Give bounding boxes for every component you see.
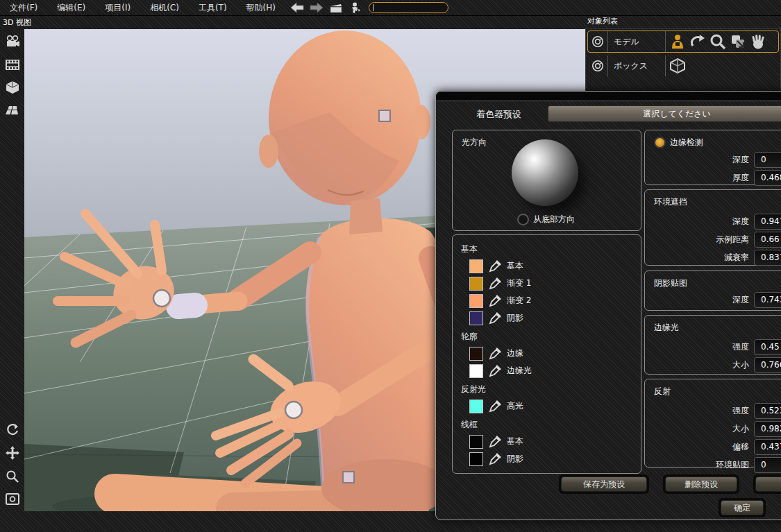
dialog-titlebar[interactable] (436, 92, 781, 101)
rim-light-panel: 边缘光 强度 0.45 大小 0.766 (644, 315, 781, 375)
forward-arrow-icon[interactable] (309, 1, 324, 14)
field-label: 环境贴图 (645, 459, 749, 471)
attenuation-field[interactable]: 0.837 (754, 250, 781, 266)
settings-button-partial[interactable]: 设 (755, 477, 781, 492)
edge-detect-title: 边缘检测 (670, 137, 703, 148)
light-direction-panel: 光方向 从底部方向 (452, 130, 641, 231)
eyedropper-icon[interactable] (488, 277, 502, 291)
save-preset-button[interactable]: 保存为预设 (561, 477, 647, 492)
color-label: 渐变 2 (507, 295, 531, 307)
color-swatch[interactable] (469, 311, 483, 325)
sample-distance-field[interactable]: 0.66 (754, 232, 781, 248)
light-direction-sphere[interactable] (512, 139, 578, 206)
menu-tools[interactable]: 工具(T) (189, 0, 237, 15)
eyedropper-icon[interactable] (488, 311, 502, 325)
field-label: 深度 (645, 216, 749, 228)
color-row: 基本 (469, 257, 641, 275)
pan-move-icon[interactable] (3, 445, 22, 461)
clapperboard-icon[interactable] (328, 1, 344, 14)
eyedropper-icon[interactable] (488, 364, 502, 378)
size-field[interactable]: 0.766 (754, 357, 781, 373)
thickness-field[interactable]: 0.468 (754, 170, 781, 186)
color-group-label: 线框 (461, 419, 641, 431)
environment-map-field[interactable]: 0 (754, 457, 781, 473)
edge-detect-radio[interactable] (654, 137, 666, 148)
preset-select-dropdown[interactable]: 選択してください (548, 105, 781, 122)
light-from-bottom-radio[interactable] (517, 214, 529, 225)
field-label: 厚度 (645, 172, 749, 184)
depth-field[interactable]: 0.743 (754, 292, 781, 308)
ambient-occlusion-title: 环境遮挡 (645, 190, 781, 208)
depth-field[interactable]: 0 (754, 152, 781, 168)
offset-field[interactable]: 0.437 (754, 439, 781, 455)
color-row: 阴影 (469, 309, 641, 327)
ok-button[interactable]: 确定 (721, 500, 764, 515)
color-swatch[interactable] (469, 452, 483, 466)
move-tool-icon[interactable] (729, 33, 747, 51)
field-row: 大小 0.982 (645, 420, 781, 438)
depth-field[interactable]: 0.947 (754, 214, 781, 230)
eyedropper-icon[interactable] (488, 400, 502, 413)
back-arrow-icon[interactable] (289, 1, 305, 14)
left-wrist-handle[interactable] (153, 290, 170, 307)
color-swatch[interactable] (469, 294, 483, 308)
menu-help[interactable]: 帮助(H) (237, 0, 285, 15)
reflection-panel: 反射 强度 0.523 大小 0.982 偏移 0.437 环境贴图 0 (644, 379, 781, 467)
field-label: 大小 (645, 423, 749, 435)
visibility-toggle-icon[interactable] (588, 31, 608, 52)
menu-bar: 文件(F) 编辑(E) 项目(I) 相机(C) 工具(T) 帮助(H) (0, 0, 781, 16)
menu-edit[interactable]: 编辑(E) (47, 0, 95, 15)
color-swatch[interactable] (469, 277, 483, 291)
eyedropper-icon[interactable] (488, 452, 502, 466)
eyedropper-icon[interactable] (488, 259, 502, 273)
box-object-icon[interactable] (669, 57, 687, 75)
intensity-field[interactable]: 0.45 (754, 339, 781, 355)
menu-project[interactable]: 项目(I) (95, 0, 140, 15)
eyedropper-icon[interactable] (488, 294, 502, 308)
color-row: 基本 (469, 433, 641, 450)
head-square-handle[interactable] (379, 110, 390, 121)
color-swatch[interactable] (469, 435, 483, 449)
visibility-toggle-icon[interactable] (588, 55, 608, 76)
orbit-rotate-icon[interactable] (3, 422, 22, 438)
right-wrist-handle[interactable] (285, 402, 302, 418)
viewport-title: 3D 视图 (0, 16, 588, 31)
hip-square-handle[interactable] (343, 472, 354, 483)
eyedropper-icon[interactable] (488, 347, 502, 361)
color-swatch[interactable] (469, 364, 483, 378)
zoom-icon[interactable] (3, 467, 22, 484)
color-row: 渐变 2 (469, 292, 641, 309)
pose-person-icon[interactable] (348, 1, 363, 14)
menu-file[interactable]: 文件(F) (0, 0, 47, 15)
color-label: 高光 (507, 400, 523, 412)
intensity-field[interactable]: 0.523 (754, 403, 781, 419)
color-row: 高光 (469, 397, 641, 415)
color-swatch[interactable] (469, 259, 483, 273)
cube-icon[interactable] (3, 79, 22, 96)
rim-light-title: 边缘光 (645, 316, 781, 334)
eyedropper-icon[interactable] (488, 435, 502, 449)
field-row: 强度 0.45 (645, 338, 781, 356)
edge-detect-panel: 边缘检测 深度 0 厚度 0.468 (644, 130, 781, 185)
rotate-tool-icon[interactable] (689, 33, 707, 51)
field-label: 深度 (645, 154, 749, 166)
select-model-icon[interactable] (669, 33, 687, 51)
delete-preset-button[interactable]: 删除预设 (665, 477, 737, 492)
color-swatch[interactable] (469, 400, 483, 413)
menu-camera[interactable]: 相机(C) (140, 0, 189, 15)
ground-tiles-icon[interactable] (3, 102, 22, 119)
shadow-map-panel: 阴影贴图 深度 0.743 (644, 271, 781, 311)
filmstrip-icon[interactable] (3, 56, 22, 73)
color-swatch[interactable] (469, 347, 483, 361)
size-field[interactable]: 0.982 (754, 421, 781, 437)
pan-hand-icon[interactable] (749, 33, 767, 51)
object-row-box[interactable]: ボックス (587, 55, 779, 77)
field-row: 强度 0.523 (645, 402, 781, 420)
quick-search-input[interactable] (369, 2, 448, 13)
color-label: 渐变 1 (507, 277, 531, 289)
frame-view-icon[interactable] (3, 490, 22, 507)
movie-camera-icon[interactable] (3, 33, 22, 50)
color-label: 边缘光 (507, 365, 532, 377)
object-row-model[interactable]: モデル (587, 31, 779, 53)
zoom-tool-icon[interactable] (709, 33, 727, 51)
